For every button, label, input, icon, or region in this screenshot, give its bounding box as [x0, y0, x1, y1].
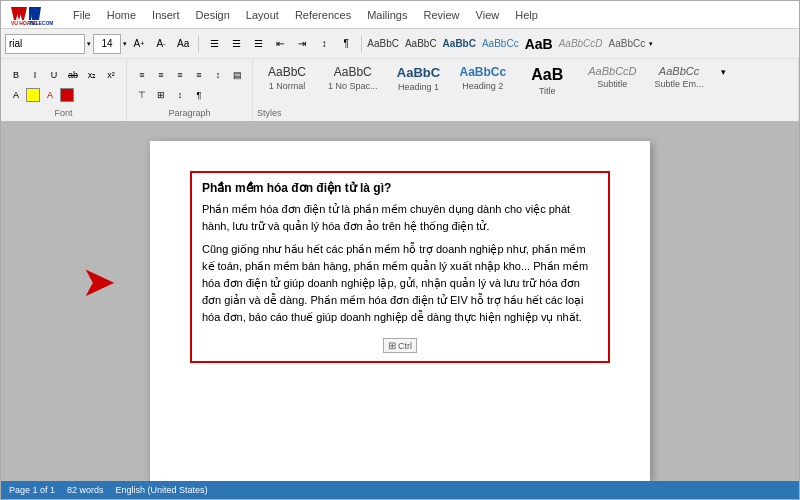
style-title[interactable]: AaB Title [517, 61, 577, 99]
style-subtle-em[interactable]: AaBbCc Subtle Em... [648, 61, 711, 92]
tab-help[interactable]: Help [515, 7, 538, 23]
style-no-spacing[interactable]: AaBbC 1 No Spac... [321, 61, 385, 94]
separator1 [198, 35, 199, 53]
styles-section: AaBbC 1 Normal AaBbC 1 No Spac... AaBbC … [253, 59, 799, 121]
paragraph2: Cũng giống như hầu hết các phần mềm hỗ t… [202, 241, 598, 326]
font-row1: B I U ab x₂ x² [7, 66, 120, 84]
style-h1-inline: AaBbC [443, 38, 476, 49]
styles-dropdown[interactable]: ▾ [649, 40, 653, 48]
text-box-title: Phần mềm hóa đơn điện tử là gì? [202, 181, 598, 195]
font-row2: A A [7, 86, 120, 104]
word-count: 82 words [67, 485, 104, 495]
tab-mailings[interactable]: Mailings [367, 7, 407, 23]
style-nospace-inline: AaBbC [405, 38, 437, 49]
style-normal-inline: AaBbC [367, 38, 399, 49]
tab-file[interactable]: File [73, 7, 91, 23]
paragraph-label: Paragraph [168, 108, 210, 119]
text-box: Phần mềm hóa đơn điện tử là gì? Phần mềm… [190, 171, 610, 363]
page-info: Page 1 of 1 [9, 485, 55, 495]
style-subtle-inline: AaBbCc [609, 38, 646, 49]
font-label: Font [54, 108, 72, 119]
red-arrow-icon: ➤ [81, 261, 116, 303]
style-normal[interactable]: AaBbC 1 Normal [257, 61, 317, 94]
tab-references[interactable]: References [295, 7, 351, 23]
tab-layout[interactable]: Layout [246, 7, 279, 23]
sort-button[interactable]: ↕ [314, 34, 334, 54]
style-subtle-label: Subtle Em... [655, 79, 704, 89]
italic-button[interactable]: I [26, 66, 44, 84]
tab-view[interactable]: View [476, 7, 500, 23]
highlight-color-button[interactable] [26, 88, 40, 102]
tab-insert[interactable]: Insert [152, 7, 180, 23]
align-left-button[interactable]: ≡ [133, 66, 151, 84]
tab-review[interactable]: Review [424, 7, 460, 23]
style-title-preview: AaB [531, 64, 563, 86]
clear-format-button[interactable]: Aa [173, 34, 193, 54]
increase-indent-button[interactable]: ⇥ [292, 34, 312, 54]
style-h2-preview: AaBbCc [460, 64, 507, 81]
borders-button[interactable]: ⊞ [152, 86, 170, 104]
show-formatting-button[interactable]: ¶ [336, 34, 356, 54]
shrink-font-button[interactable]: A- [151, 34, 171, 54]
paragraph-section: ≡ ≡ ≡ ≡ ↕ ▤ ⊤ ⊞ ↕ ¶ Paragraph [127, 59, 253, 121]
document-page: Phần mềm hóa đơn điện tử là gì? Phần mềm… [150, 141, 650, 481]
style-subtle-preview: AaBbCc [659, 64, 699, 79]
style-heading1[interactable]: AaBbC Heading 1 [389, 61, 449, 95]
style-normal-preview: AaBbC [268, 64, 306, 81]
tab-home[interactable]: Home [107, 7, 136, 23]
underline-button[interactable]: U [45, 66, 63, 84]
ctrl-hint-label: Ctrl [398, 341, 412, 351]
font-size-input[interactable] [93, 34, 121, 54]
subscript-button[interactable]: x₂ [83, 66, 101, 84]
bullet-list-button[interactable]: ☰ [204, 34, 224, 54]
shading-button[interactable]: ▤ [228, 66, 246, 84]
font-name-input[interactable] [5, 34, 85, 54]
paragraph-row2: ⊤ ⊞ ↕ ¶ [133, 86, 246, 104]
tab-design[interactable]: Design [196, 7, 230, 23]
title-tabs: File Home Insert Design Layout Reference… [73, 7, 538, 23]
style-nospace-preview: AaBbC [334, 64, 372, 81]
top-border-button[interactable]: ⊤ [133, 86, 151, 104]
styles-label: Styles [257, 108, 282, 119]
multi-level-list-button[interactable]: ☰ [248, 34, 268, 54]
font-color-swatch[interactable] [60, 88, 74, 102]
paragraph-section-content: ≡ ≡ ≡ ≡ ↕ ▤ ⊤ ⊞ ↕ ¶ [133, 61, 246, 108]
paragraph-row1: ≡ ≡ ≡ ≡ ↕ ▤ [133, 66, 246, 84]
grow-font-button[interactable]: A+ [129, 34, 149, 54]
align-right-button[interactable]: ≡ [171, 66, 189, 84]
superscript-button[interactable]: x² [102, 66, 120, 84]
style-subtitle-label: Subtitle [597, 79, 627, 89]
style-heading2[interactable]: AaBbCc Heading 2 [453, 61, 514, 94]
bold-button[interactable]: B [7, 66, 25, 84]
strikethrough-button[interactable]: ab [64, 66, 82, 84]
style-title-label: Title [539, 86, 556, 96]
paragraph1: Phần mềm hóa đơn điện tử là phần mềm chu… [202, 201, 598, 235]
decrease-indent-button[interactable]: ⇤ [270, 34, 290, 54]
logo-icon: VU HOANG TELECOM [9, 4, 53, 26]
styles-content: AaBbC 1 Normal AaBbC 1 No Spac... AaBbC … [257, 61, 733, 108]
separator2 [361, 35, 362, 53]
svg-text:TELECOM: TELECOM [29, 20, 53, 26]
logo-area: VU HOANG TELECOM [9, 4, 53, 26]
paragraph-mark-button[interactable]: ¶ [190, 86, 208, 104]
justify-button[interactable]: ≡ [190, 66, 208, 84]
ribbon-row1: ▾ ▾ A+ A- Aa ☰ ☰ ☰ ⇤ ⇥ ↕ ¶ AaBbC AaBbC A… [1, 29, 799, 59]
style-h1-preview: AaBbC [397, 64, 440, 82]
style-subtitle[interactable]: AaBbCcD Subtitle [581, 61, 643, 92]
numbered-list-button[interactable]: ☰ [226, 34, 246, 54]
styles-more-button[interactable]: ▾ [715, 63, 733, 81]
style-h1-label: Heading 1 [398, 82, 439, 92]
style-h2-label: Heading 2 [462, 81, 503, 91]
align-center-button[interactable]: ≡ [152, 66, 170, 84]
status-bar: Page 1 of 1 82 words English (United Sta… [1, 481, 799, 499]
sort2-button[interactable]: ↕ [171, 86, 189, 104]
style-nospace-label: 1 No Spac... [328, 81, 378, 91]
font-name-dropdown[interactable]: ▾ [87, 40, 91, 48]
text-effects-button[interactable]: A [7, 86, 25, 104]
ctrl-hint[interactable]: ⊞ Ctrl [383, 338, 417, 353]
font-size-dropdown[interactable]: ▾ [123, 40, 127, 48]
language-status: English (United States) [116, 485, 208, 495]
line-spacing-button[interactable]: ↕ [209, 66, 227, 84]
main-content: ➤ Phần mềm hóa đơn điện tử là gì? Phần m… [1, 121, 799, 481]
font-color-button[interactable]: A [41, 86, 59, 104]
